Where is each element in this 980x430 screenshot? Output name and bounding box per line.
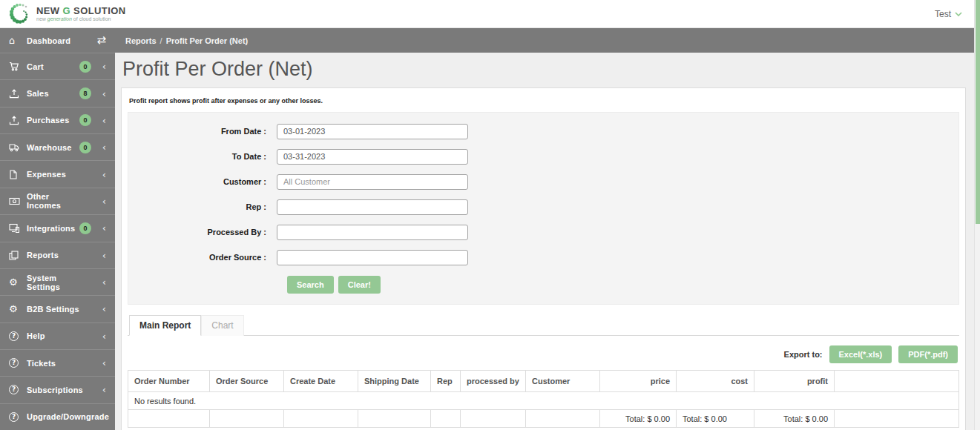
col-shipping-date: Shipping Date	[358, 371, 431, 392]
rep-label: Rep :	[128, 202, 277, 211]
sidebar-item-b2b-settings[interactable]: ⚙ B2B Settings ‹	[0, 295, 115, 322]
logo-word-g: G	[63, 5, 71, 16]
sidebar-item-sales[interactable]: Sales 8 ‹	[0, 79, 115, 106]
chevron-left-icon: ‹	[97, 357, 106, 368]
rep-input[interactable]	[277, 199, 468, 215]
app-window: NEW G SOLUTION new generation of cloud s…	[0, 0, 980, 430]
main-content: Profit Per Order (Net) Profit report sho…	[115, 53, 974, 430]
count-badge: 0	[79, 61, 91, 73]
sidebar-item-other-incomes[interactable]: Other Incomes ‹	[0, 188, 115, 214]
table-header-row: Order Number Order Source Create Date Sh…	[128, 371, 959, 392]
sidebar-item-label: Purchases	[27, 116, 79, 125]
sidebar-item-help[interactable]: ? Help ‹	[0, 322, 115, 349]
customer-label: Customer :	[128, 177, 277, 186]
from-date-input[interactable]	[277, 124, 468, 139]
sidebar-item-label: Subscriptions	[27, 386, 83, 394]
to-date-input[interactable]	[277, 149, 468, 165]
col-order-source: Order Source	[210, 371, 284, 392]
question-circle-icon: ?	[9, 412, 27, 422]
order-source-input[interactable]	[277, 250, 468, 265]
export-excel-button[interactable]: Excel(*.xls)	[829, 345, 892, 363]
sidebar-item-label: Warehouse	[27, 143, 79, 152]
customer-input[interactable]	[277, 174, 468, 190]
logo-word-new: NEW	[36, 5, 60, 16]
total-profit: Total: $ 0.00	[754, 410, 835, 428]
export-pdf-button[interactable]: PDF(*.pdf)	[898, 345, 958, 363]
home-icon: ⌂	[9, 36, 27, 45]
sidebar-item-tickets[interactable]: ? Tickets ‹	[0, 349, 115, 376]
empty-results-message: No results found.	[128, 392, 959, 410]
sidebar-item-cart[interactable]: Cart 0 ‹	[0, 53, 115, 79]
clear-button[interactable]: Clear!	[338, 276, 381, 294]
chevron-left-icon: ‹	[97, 169, 106, 180]
processed-by-input[interactable]	[277, 225, 468, 240]
search-button[interactable]: Search	[287, 276, 334, 294]
report-description: Profit report shows profit after expense…	[129, 97, 959, 105]
page-scrollbar[interactable]	[974, 0, 980, 430]
file-icon	[9, 170, 27, 179]
logo-tagline-pre: new	[36, 16, 46, 22]
export-row: Export to: Excel(*.xls) PDF(*.pdf)	[128, 345, 958, 363]
sidebar-item-label: Integrations	[27, 224, 79, 233]
col-order-number: Order Number	[128, 371, 210, 392]
col-profit: profit	[754, 371, 835, 392]
empty-results-row: No results found.	[128, 392, 959, 410]
tab-main-report[interactable]: Main Report	[129, 315, 201, 336]
sidebar-item-subscriptions[interactable]: ? Subscriptions ‹	[0, 376, 115, 403]
breadcrumb-bar: Reports / Profit Per Order (Net)	[115, 28, 974, 53]
sidebar-items: Cart 0 ‹ Sales 8 ‹ Purchases 0 ‹	[0, 53, 115, 430]
breadcrumb-current: Profit Per Order (Net)	[166, 36, 249, 45]
filter-form: From Date : To Date : Customer : Rep : P…	[128, 112, 959, 305]
chevron-left-icon: ‹	[97, 196, 106, 207]
scrollbar-thumb[interactable]	[976, 0, 980, 224]
logo-tagline-post: of cloud solution	[73, 16, 111, 22]
sidebar-item-purchases[interactable]: Purchases 0 ‹	[0, 107, 115, 133]
logo-text: NEW G SOLUTION new generation of cloud s…	[36, 6, 125, 22]
form-buttons: Search Clear!	[287, 276, 958, 294]
gears-icon: ⚙	[9, 277, 27, 287]
sidebar-item-label: Other Incomes	[27, 192, 79, 210]
chevron-left-icon: ‹	[97, 88, 106, 99]
top-header-bar: NEW G SOLUTION new generation of cloud s…	[0, 0, 974, 28]
breadcrumb-root[interactable]: Reports	[125, 36, 157, 45]
truck-icon	[9, 142, 27, 152]
sidebar-item-system-settings[interactable]: ⚙ System Settings ‹	[0, 268, 115, 295]
logo-swirl-icon	[7, 2, 33, 26]
form-row-order-source: Order Source :	[128, 245, 958, 270]
sidebar-item-label: B2B Settings	[27, 305, 79, 314]
to-date-label: To Date :	[128, 152, 277, 161]
sidebar-item-integrations[interactable]: Integrations 0 ‹	[0, 214, 115, 241]
logo-word-solution: SOLUTION	[73, 5, 125, 16]
sidebar-item-warehouse[interactable]: Warehouse 0 ‹	[0, 133, 115, 160]
form-row-processed-by: Processed By :	[128, 219, 958, 245]
total-price: Total: $ 0.00	[600, 410, 677, 428]
chevron-down-icon	[955, 12, 962, 16]
sidebar-item-upgrade-downgrade[interactable]: ? Upgrade/Downgrade ‹	[0, 403, 115, 430]
col-cost: cost	[677, 371, 754, 392]
report-table: Order Number Order Source Create Date Sh…	[128, 370, 959, 428]
sidebar-item-label: Reports	[27, 251, 79, 259]
form-row-to-date: To Date :	[128, 144, 958, 169]
sidebar-item-label: Help	[27, 331, 79, 340]
export-label: Export to:	[784, 350, 823, 359]
page-title: Profit Per Order (Net)	[122, 58, 966, 81]
col-customer: Customer	[526, 371, 600, 392]
count-badge: 0	[79, 142, 91, 153]
chevron-left-icon: ‹	[97, 250, 106, 261]
user-menu[interactable]: Test	[935, 0, 962, 28]
money-icon	[9, 197, 27, 205]
sidebar-item-label: System Settings	[27, 274, 79, 291]
processed-by-label: Processed By :	[128, 228, 277, 236]
chevron-left-icon: ‹	[97, 142, 106, 153]
col-price: price	[600, 371, 677, 392]
sidebar-item-dashboard[interactable]: ⌂ Dashboard ⇄	[0, 28, 115, 53]
exchange-icon[interactable]: ⇄	[96, 36, 106, 45]
sidebar-item-expenses[interactable]: Expenses ‹	[0, 160, 115, 187]
sidebar-item-reports[interactable]: Reports ‹	[0, 242, 115, 268]
chevron-left-icon: ‹	[97, 61, 106, 72]
tab-chart[interactable]: Chart	[201, 315, 243, 336]
col-create-date: Create Date	[284, 371, 358, 392]
sidebar-item-label: Expenses	[27, 170, 79, 179]
from-date-label: From Date :	[128, 127, 277, 136]
chevron-left-icon: ‹	[97, 222, 106, 234]
